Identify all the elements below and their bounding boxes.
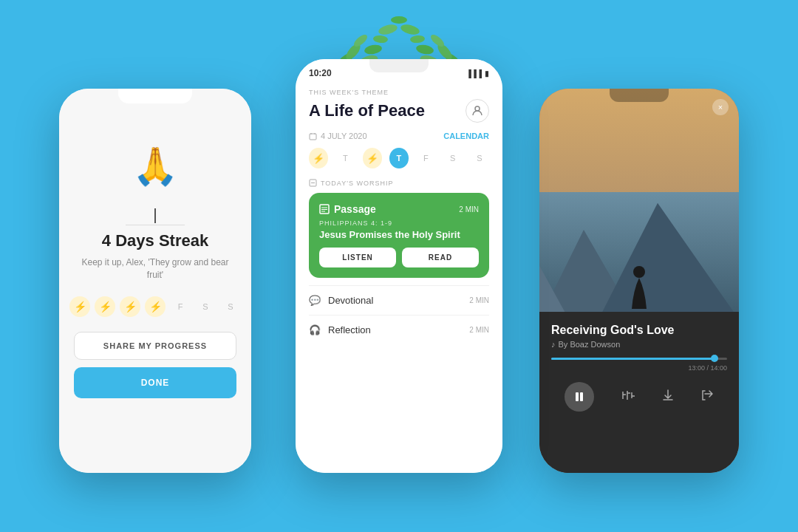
- svg-point-15: [400, 23, 420, 36]
- day-circle-sat: S: [443, 148, 462, 168]
- today-worship-label: TODAY'S WORSHIP: [309, 179, 489, 187]
- svg-point-13: [410, 35, 426, 44]
- day-item: S: [220, 296, 241, 317]
- controls-row: [551, 382, 727, 412]
- svg-point-11: [415, 44, 434, 55]
- svg-point-16: [391, 16, 407, 24]
- day-item: ⚡: [145, 296, 166, 317]
- left-phone: 🙏 4 Days Streak Keep it up, Alex, 'They …: [59, 89, 251, 473]
- day-circle-wed: ⚡: [363, 148, 382, 168]
- reflection-row[interactable]: 🎧 Reflection 2 MIN: [309, 315, 489, 344]
- devotional-duration: 2 MIN: [469, 296, 489, 304]
- svg-rect-18: [310, 134, 316, 140]
- right-info-panel: Receiving God's Love ♪ By Boaz Dowson 13…: [539, 312, 739, 473]
- svg-marker-28: [598, 202, 739, 319]
- passage-duration: 2 MIN: [459, 205, 479, 214]
- passage-title: Passage: [334, 203, 376, 215]
- right-phone-notch: [610, 89, 669, 102]
- reflection-left: 🎧 Reflection: [309, 324, 371, 335]
- svg-point-14: [378, 23, 398, 36]
- center-phone: 10:20 ▐▐▐ ▮ THIS WEEK'S THEME A Life of …: [296, 59, 502, 473]
- right-phone: × Receiving God's Love ♪ By Boaz Dowson …: [539, 89, 739, 473]
- svg-point-17: [475, 106, 480, 111]
- day-circle-thu: T: [389, 148, 409, 168]
- days-week-row: ⚡ T ⚡ T F S S: [309, 148, 489, 168]
- svg-point-4: [364, 44, 383, 55]
- day-circle-tue: T: [335, 148, 355, 168]
- passage-text: Jesus Promises the Holy Spirit: [319, 229, 479, 240]
- day-item: ⚡: [95, 296, 115, 317]
- left-phone-notch: [118, 89, 192, 103]
- passage-header: Passage 2 MIN: [319, 203, 479, 215]
- share-progress-button[interactable]: SHARE MY PROGRESS: [74, 332, 236, 360]
- read-button[interactable]: READ: [402, 248, 479, 267]
- progress-dot: [711, 355, 718, 362]
- week-theme-header: A Life of Peace: [309, 99, 489, 123]
- devotional-icon: 💬: [309, 295, 321, 306]
- date-row: 4 JULY 2020 CALENDAR: [309, 132, 489, 140]
- day-item: ⚡: [69, 296, 90, 317]
- time-display: 13:00 / 14:00: [551, 364, 727, 372]
- download-button[interactable]: [661, 389, 675, 405]
- reflection-label: Reflection: [328, 324, 371, 335]
- day-circle-fri: F: [416, 148, 435, 168]
- day-circle-sun: S: [470, 148, 489, 168]
- equalizer-button[interactable]: [620, 388, 635, 406]
- signal-icon: ▐▐▐: [466, 69, 482, 78]
- author-icon: ♪: [551, 340, 556, 349]
- right-title: Receiving God's Love: [551, 324, 727, 337]
- passage-title-row: Passage: [319, 203, 376, 215]
- status-icons: ▐▐▐ ▮: [466, 69, 489, 78]
- listen-button[interactable]: LISTEN: [319, 248, 396, 267]
- streak-subtitle: Keep it up, Alex, 'They grow and bear fr…: [74, 256, 236, 282]
- day-circle-mon: ⚡: [309, 148, 328, 168]
- progress-bar-container[interactable]: [551, 358, 727, 360]
- svg-rect-32: [580, 392, 583, 401]
- day-item: S: [195, 296, 216, 317]
- battery-icon: ▮: [485, 69, 489, 78]
- close-button[interactable]: ×: [712, 99, 729, 115]
- progress-bar-fill: [551, 358, 715, 360]
- center-phone-notch: [369, 59, 429, 72]
- done-button[interactable]: DONE: [74, 367, 236, 398]
- passage-card: Passage 2 MIN PHILIPPIANS 4: 1-9 Jesus P…: [309, 193, 489, 278]
- profile-icon[interactable]: [466, 99, 489, 123]
- pause-button[interactable]: [565, 382, 594, 412]
- streak-title: 4 Days Streak: [102, 231, 208, 250]
- reflection-icon: 🎧: [309, 324, 321, 335]
- reflection-duration: 2 MIN: [469, 326, 489, 334]
- date-text: 4 JULY 2020: [309, 132, 367, 140]
- day-item: F: [170, 296, 191, 317]
- devotional-label: Devotional: [328, 295, 373, 306]
- status-time: 10:20: [309, 68, 332, 78]
- calendar-link[interactable]: CALENDAR: [443, 132, 489, 140]
- svg-rect-31: [576, 392, 579, 401]
- passage-reference: PHILIPPIANS 4: 1-9: [319, 219, 479, 227]
- devotional-row[interactable]: 💬 Devotional 2 MIN: [309, 285, 489, 315]
- passage-buttons: LISTEN READ: [319, 248, 479, 267]
- right-author: ♪ By Boaz Dowson: [551, 340, 727, 349]
- week-theme-label: THIS WEEK'S THEME: [309, 89, 489, 96]
- days-row: ⚡ ⚡ ⚡ ⚡ F S S: [69, 296, 241, 317]
- right-bg-image: [539, 89, 739, 319]
- day-item: ⚡: [120, 296, 140, 317]
- svg-point-30: [633, 266, 645, 278]
- svg-point-6: [373, 35, 389, 44]
- prayer-illustration: 🙏: [122, 133, 188, 200]
- share-button[interactable]: [700, 389, 714, 405]
- devotional-left: 💬 Devotional: [309, 295, 373, 306]
- week-theme-title: A Life of Peace: [309, 101, 425, 120]
